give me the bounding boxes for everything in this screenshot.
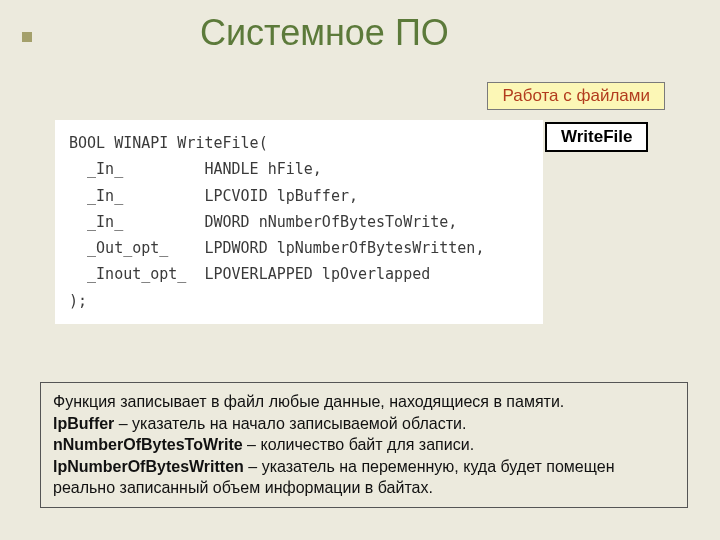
code-signature: BOOL WINAPI WriteFile( _In_ HANDLE hFile… [55,120,543,324]
slide-title: Системное ПО [200,12,449,54]
param-lpbuffer-name: lpBuffer [53,415,114,432]
desc-intro: Функция записывает в файл любые данные, … [53,393,564,410]
description-box: Функция записывает в файл любые данные, … [40,382,688,508]
param-nbytes-name: nNumberOfBytesToWrite [53,436,243,453]
param-nbytes-text: – количество байт для записи. [243,436,474,453]
function-name-tag: WriteFile [545,122,648,152]
param-lpbuffer-text: – указатель на начало записываемой облас… [114,415,466,432]
param-written-name: lpNumberOfBytesWritten [53,458,244,475]
title-bullet [22,32,32,42]
topic-tag: Работа с файлами [487,82,665,110]
